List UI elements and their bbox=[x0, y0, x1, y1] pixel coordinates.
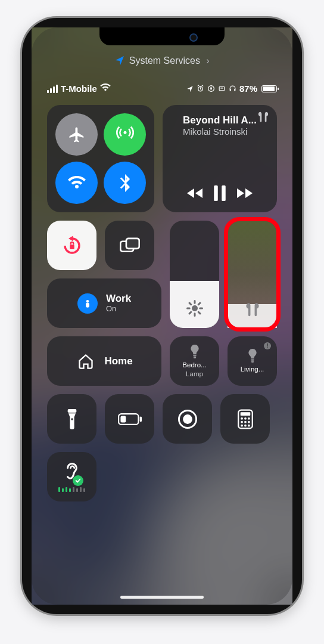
bluetooth-toggle[interactable] bbox=[104, 162, 146, 204]
media-artist: Mikolai Stroinski bbox=[183, 126, 257, 137]
svg-rect-8 bbox=[222, 185, 226, 201]
screen-mirroring-icon bbox=[120, 237, 140, 255]
homekit-bedroom-lamp[interactable]: Bedro... Lamp bbox=[170, 336, 219, 386]
low-power-mode-button[interactable] bbox=[105, 394, 154, 444]
homekit-bedroom-label: Bedro... bbox=[182, 362, 206, 369]
display-notch bbox=[99, 27, 225, 45]
svg-point-29 bbox=[244, 417, 247, 419]
focus-work-icon bbox=[77, 293, 98, 314]
svg-point-33 bbox=[248, 420, 250, 423]
record-icon bbox=[177, 409, 198, 429]
flashlight-icon bbox=[66, 409, 78, 429]
airpods-volume-icon bbox=[228, 302, 277, 317]
low-power-battery-icon bbox=[118, 413, 142, 426]
flashlight-button[interactable] bbox=[47, 394, 96, 444]
svg-rect-13 bbox=[86, 302, 89, 307]
home-label: Home bbox=[104, 355, 132, 367]
svg-rect-27 bbox=[240, 412, 250, 416]
svg-rect-16 bbox=[193, 357, 195, 358]
orientation-lock-toggle[interactable] bbox=[47, 221, 96, 270]
alert-badge-icon: ! bbox=[264, 342, 271, 349]
svg-rect-22 bbox=[139, 416, 141, 422]
airplane-mode-toggle[interactable] bbox=[55, 113, 98, 156]
battery-icon bbox=[261, 85, 277, 92]
svg-rect-5 bbox=[230, 89, 231, 91]
media-module[interactable]: Beyond Hill A... Mikolai Stroinski bbox=[163, 105, 277, 212]
bluetooth-icon bbox=[120, 174, 130, 192]
media-play-pause-button[interactable] bbox=[208, 181, 232, 205]
svg-rect-7 bbox=[214, 185, 218, 201]
svg-point-32 bbox=[244, 420, 247, 423]
breadcrumb-label: System Services bbox=[129, 55, 200, 66]
svg-point-28 bbox=[241, 417, 243, 419]
svg-point-12 bbox=[86, 300, 89, 303]
home-indicator[interactable] bbox=[120, 596, 204, 599]
alarm-icon bbox=[197, 85, 204, 92]
screen-record-button[interactable] bbox=[163, 394, 212, 444]
svg-rect-15 bbox=[193, 355, 196, 357]
antenna-icon bbox=[116, 126, 134, 144]
pause-icon bbox=[213, 185, 226, 201]
homekit-living-label: Living... bbox=[241, 366, 264, 373]
svg-rect-9 bbox=[70, 244, 74, 249]
orientation-lock-status-icon bbox=[207, 85, 215, 92]
backward-icon bbox=[187, 187, 205, 200]
status-bar: T-Mobile 87% bbox=[32, 83, 292, 94]
media-title: Beyond Hill A... bbox=[183, 114, 257, 126]
svg-rect-6 bbox=[234, 89, 235, 91]
home-button[interactable]: Home bbox=[47, 336, 161, 386]
brightness-slider[interactable] bbox=[170, 221, 219, 328]
homekit-living[interactable]: ! Living... bbox=[228, 336, 277, 386]
connectivity-module[interactable] bbox=[47, 105, 154, 212]
hearing-button[interactable] bbox=[47, 452, 96, 501]
homekit-bedroom-sub: Lamp bbox=[186, 370, 203, 377]
breadcrumb[interactable]: System Services › bbox=[32, 55, 292, 66]
lightbulb-icon bbox=[246, 349, 259, 363]
wifi-icon bbox=[100, 83, 111, 94]
svg-point-20 bbox=[71, 418, 73, 420]
screen-mirroring-button[interactable] bbox=[105, 221, 154, 270]
svg-point-31 bbox=[241, 420, 243, 423]
media-back-button[interactable] bbox=[184, 181, 208, 205]
location-arrow-icon bbox=[114, 55, 125, 66]
chevron-right-icon: › bbox=[206, 55, 209, 66]
lightbulb-icon bbox=[188, 345, 201, 359]
check-badge-icon bbox=[73, 475, 83, 486]
svg-rect-2 bbox=[210, 88, 212, 89]
brightness-icon bbox=[170, 299, 219, 317]
calculator-icon bbox=[238, 409, 253, 429]
control-center: Beyond Hill A... Mikolai Stroinski bbox=[47, 105, 277, 581]
cell-signal-icon bbox=[47, 85, 58, 93]
svg-rect-18 bbox=[251, 361, 253, 363]
svg-point-34 bbox=[241, 424, 243, 426]
home-icon bbox=[76, 351, 96, 371]
svg-point-36 bbox=[248, 424, 250, 426]
focus-title: Work bbox=[106, 293, 131, 305]
svg-rect-11 bbox=[126, 238, 139, 248]
svg-rect-17 bbox=[251, 360, 254, 361]
svg-point-14 bbox=[192, 305, 198, 311]
hearing-level-bars bbox=[58, 487, 85, 492]
forward-icon bbox=[235, 187, 253, 200]
svg-rect-4 bbox=[220, 88, 223, 89]
airpods-device-icon bbox=[257, 111, 270, 125]
focus-status-icon bbox=[218, 85, 226, 92]
svg-point-30 bbox=[248, 417, 250, 419]
svg-point-25 bbox=[183, 414, 192, 424]
media-forward-button[interactable] bbox=[232, 181, 256, 205]
headphones-status-icon bbox=[229, 85, 236, 92]
carrier-label: T-Mobile bbox=[61, 83, 97, 94]
screen: System Services › T-Mobile 87% bbox=[32, 27, 292, 605]
svg-rect-19 bbox=[67, 409, 76, 413]
calculator-button[interactable] bbox=[220, 394, 270, 444]
focus-button[interactable]: Work On bbox=[47, 278, 161, 328]
orientation-lock-icon bbox=[61, 235, 83, 256]
location-status-icon bbox=[186, 85, 194, 92]
volume-slider[interactable] bbox=[228, 221, 277, 328]
svg-point-35 bbox=[244, 424, 247, 426]
battery-pct: 87% bbox=[239, 83, 257, 94]
focus-subtitle: On bbox=[106, 305, 131, 314]
cellular-data-toggle[interactable] bbox=[104, 113, 146, 156]
phone-frame: System Services › T-Mobile 87% bbox=[22, 18, 302, 614]
wifi-toggle[interactable] bbox=[55, 162, 98, 204]
